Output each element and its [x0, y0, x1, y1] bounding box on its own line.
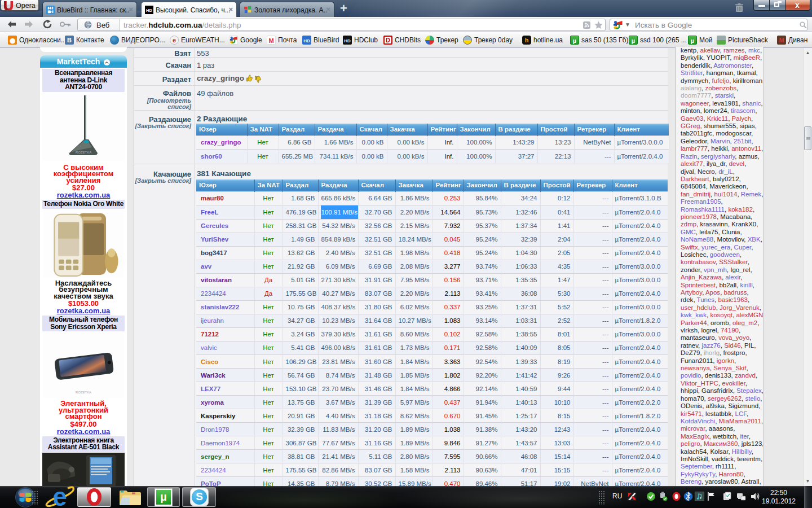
svg-text:ROZETKA: ROZETKA — [76, 391, 91, 394]
svg-text:ROZETKA: ROZETKA — [76, 151, 91, 154]
svg-text:HD: HD — [146, 8, 152, 13]
